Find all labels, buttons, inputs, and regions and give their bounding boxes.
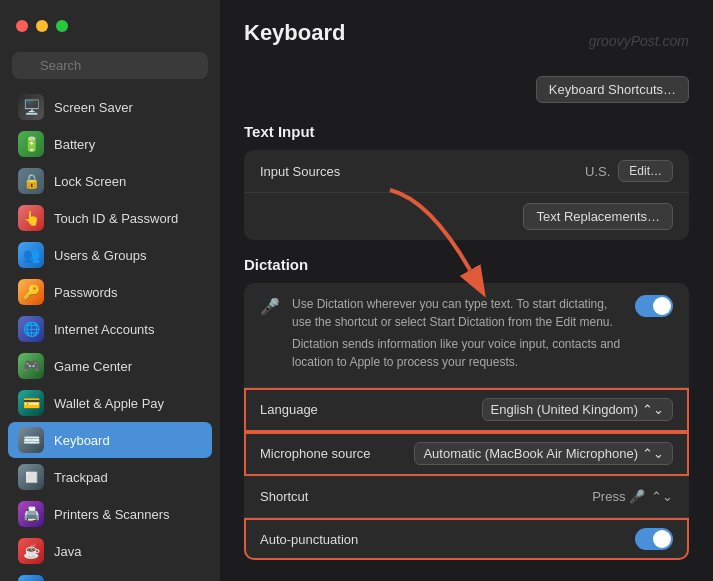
language-row: Language English (United Kingdom) ⌃⌄ [244,388,689,432]
sidebar-item-battery[interactable]: 🔋 Battery [8,126,212,162]
sidebar-item-users-groups-label: Users & Groups [54,248,146,263]
search-wrapper: 🔍 [12,52,208,79]
input-sources-value-area: U.S. Edit… [585,160,673,182]
sidebar-item-screen-saver-label: Screen Saver [54,100,133,115]
minimize-button[interactable] [36,20,48,32]
shortcut-row: Shortcut Press 🎤 ⌃⌄ [244,476,689,518]
sidebar-item-touch-id-label: Touch ID & Password [54,211,178,226]
sidebar-item-keyboard-label: Keyboard [54,433,110,448]
microphone-source-row: Microphone source Automatic (MacBook Air… [244,432,689,476]
passwords-icon: 🔑 [18,279,44,305]
dictation-toggle[interactable] [635,295,673,317]
dictation-card: 🎤 Use Dictation wherever you can type te… [244,283,689,560]
sidebar-item-game-center[interactable]: 🎮 Game Center [8,348,212,384]
sidebar: 🔍 🖥️ Screen Saver 🔋 Battery 🔒 Lock Scree… [0,0,220,581]
input-sources-row: Input Sources U.S. Edit… [244,150,689,193]
dictation-desc-1: Use Dictation wherever you can type text… [292,295,623,331]
shortcut-value: Press 🎤 [592,489,645,504]
text-input-section: Text Input Input Sources U.S. Edit… Text… [244,123,689,240]
java-icon: ☕ [18,538,44,564]
dictation-info-row: 🎤 Use Dictation wherever you can type te… [244,283,689,388]
input-sources-edit-button[interactable]: Edit… [618,160,673,182]
sidebar-item-trackpad-label: Trackpad [54,470,108,485]
dictation-description: Use Dictation wherever you can type text… [292,295,623,375]
sidebar-item-wallet[interactable]: 💳 Wallet & Apple Pay [8,385,212,421]
auto-punctuation-label: Auto-punctuation [260,532,358,547]
ua25-icon: 🎵 [18,575,44,581]
text-replacements-row: Text Replacements… [244,193,689,240]
sidebar-item-keyboard[interactable]: ⌨️ Keyboard [8,422,212,458]
sidebar-item-trackpad[interactable]: ◻️ Trackpad [8,459,212,495]
microphone-source-select[interactable]: Automatic (MacBook Air Microphone) ⌃⌄ [414,442,673,465]
watermark: groovyPost.com [589,33,689,49]
lock-screen-icon: 🔒 [18,168,44,194]
sidebar-item-internet-accounts[interactable]: 🌐 Internet Accounts [8,311,212,347]
wallet-icon: 💳 [18,390,44,416]
dictation-section: Dictation 🎤 Use Dictation wherever you c… [244,256,689,581]
language-value: English (United Kingdom) [491,402,638,417]
sidebar-item-printers-label: Printers & Scanners [54,507,170,522]
main-content: Keyboard groovyPost.com Keyboard Shortcu… [220,0,713,581]
chevron-updown-mic-icon: ⌃⌄ [642,446,664,461]
page-title: Keyboard [244,20,345,46]
sidebar-item-screen-saver[interactable]: 🖥️ Screen Saver [8,89,212,125]
keyboard-shortcuts-button[interactable]: Keyboard Shortcuts… [536,76,689,103]
keyboard-shortcuts-area: Keyboard Shortcuts… [244,76,689,103]
text-replacements-button[interactable]: Text Replacements… [523,203,673,230]
sidebar-item-java[interactable]: ☕ Java [8,533,212,569]
chevron-updown-shortcut-icon: ⌃⌄ [651,489,673,504]
screen-saver-icon: 🖥️ [18,94,44,120]
search-input[interactable] [12,52,208,79]
trackpad-icon: ◻️ [18,464,44,490]
microphone-source-value: Automatic (MacBook Air Microphone) [423,446,638,461]
internet-accounts-icon: 🌐 [18,316,44,342]
sidebar-item-lock-screen-label: Lock Screen [54,174,126,189]
game-center-icon: 🎮 [18,353,44,379]
users-groups-icon: 👥 [18,242,44,268]
dictation-desc-2: Dictation sends information like your vo… [292,335,623,371]
sidebar-item-printers[interactable]: 🖨️ Printers & Scanners [8,496,212,532]
sidebar-item-internet-accounts-label: Internet Accounts [54,322,154,337]
mic-icon: 🎤 [260,297,280,316]
sidebar-item-lock-screen[interactable]: 🔒 Lock Screen [8,163,212,199]
microphone-source-label: Microphone source [260,446,371,461]
close-button[interactable] [16,20,28,32]
sidebar-item-passwords-label: Passwords [54,285,118,300]
auto-punctuation-row: Auto-punctuation [244,518,689,560]
sidebar-item-passwords[interactable]: 🔑 Passwords [8,274,212,310]
auto-punctuation-toggle[interactable] [635,528,673,550]
text-input-header: Text Input [244,123,689,140]
language-select[interactable]: English (United Kingdom) ⌃⌄ [482,398,673,421]
input-sources-value: U.S. [585,164,610,179]
language-label: Language [260,402,318,417]
battery-icon: 🔋 [18,131,44,157]
sidebar-item-touch-id[interactable]: 👆 Touch ID & Password [8,200,212,236]
header-area: Keyboard groovyPost.com [244,20,689,62]
shortcut-value-area: Press 🎤 ⌃⌄ [592,489,673,504]
printers-icon: 🖨️ [18,501,44,527]
search-container: 🔍 [0,52,220,89]
text-input-card: Input Sources U.S. Edit… Text Replacemen… [244,150,689,240]
main-wrapper: Keyboard groovyPost.com Keyboard Shortcu… [220,0,713,581]
keyboard-icon: ⌨️ [18,427,44,453]
sidebar-list: 🖥️ Screen Saver 🔋 Battery 🔒 Lock Screen … [0,89,220,581]
dictation-header: Dictation [244,256,689,273]
maximize-button[interactable] [56,20,68,32]
titlebar [0,0,220,52]
touch-id-icon: 👆 [18,205,44,231]
chevron-updown-icon: ⌃⌄ [642,402,664,417]
sidebar-item-users-groups[interactable]: 👥 Users & Groups [8,237,212,273]
sidebar-item-wallet-label: Wallet & Apple Pay [54,396,164,411]
input-sources-label: Input Sources [260,164,340,179]
about-btn-row: About Dictation & Privacy… [244,576,689,581]
sidebar-item-game-center-label: Game Center [54,359,132,374]
sidebar-item-java-label: Java [54,544,81,559]
sidebar-item-battery-label: Battery [54,137,95,152]
shortcut-label: Shortcut [260,489,308,504]
sidebar-item-ua25[interactable]: 🎵 UA-25 [8,570,212,581]
